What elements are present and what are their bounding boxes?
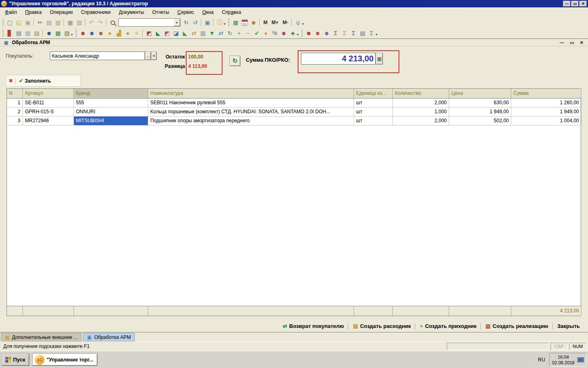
customer-doc-icon[interactable]: ☻ (280, 29, 288, 37)
refresh-button[interactable]: ↻ (229, 56, 241, 66)
memory-button[interactable]: M (261, 20, 270, 25)
table-cell[interactable]: шт (354, 99, 393, 108)
coins-chart-icon[interactable]: ▟ (115, 29, 123, 37)
menu-item-окна[interactable]: Окна (198, 8, 218, 16)
column-header-бренд[interactable]: Бренд (74, 89, 148, 99)
sigma-blue-icon[interactable]: Σ (350, 29, 358, 37)
restore-button[interactable]: ▭ (571, 1, 579, 7)
dropdown-arrow-icon[interactable]: ▾ (376, 30, 377, 36)
column-header-артикул[interactable]: Артикул (23, 89, 74, 99)
doc-exchange-icon[interactable]: ⇄ (217, 29, 225, 37)
combobox-dropdown-icon[interactable]: ▼ (174, 19, 180, 26)
doc-plus-icon[interactable]: + (235, 29, 243, 37)
buyer-input[interactable]: Касьянов Александр (50, 52, 145, 60)
save-icon[interactable]: ▣ (24, 18, 32, 27)
column-header-количество[interactable]: Количество (393, 89, 449, 99)
table-cell[interactable]: 2,000 (393, 117, 449, 126)
create-receipt-button[interactable]: +Создать приходник (418, 322, 479, 330)
table-cell[interactable]: шт (354, 108, 393, 117)
doc-refresh-icon[interactable]: ↻ (226, 29, 234, 37)
minimize-button[interactable]: — (563, 1, 570, 7)
table-cell[interactable]: GPRH-015-S (23, 108, 74, 117)
table-cell[interactable]: шт (354, 117, 393, 126)
table-cell[interactable]: 502,00 (449, 117, 511, 126)
user-monitor-icon[interactable]: ☻ (249, 18, 258, 27)
report-book-icon[interactable]: ▊ (6, 29, 14, 37)
table-cell[interactable]: 1 949,00 (449, 108, 511, 117)
table-cell[interactable]: 3 (7, 117, 23, 126)
toolbar-grip[interactable] (2, 29, 4, 37)
chart-green-icon[interactable]: ◣ (181, 29, 189, 37)
table-cell[interactable]: 1 (7, 99, 23, 108)
language-indicator[interactable]: RU (538, 357, 545, 363)
table-cell[interactable]: 2,000 (393, 99, 449, 108)
open-icon[interactable]: ◱ (15, 18, 23, 27)
print-icon[interactable]: ▦ (66, 18, 74, 27)
create-sale-button[interactable]: ▤Создать реализацию (483, 322, 550, 330)
undo-icon[interactable]: ↶ (87, 18, 96, 27)
table-cell[interactable]: 630,00 (449, 99, 511, 108)
close-button[interactable]: ✕ (579, 1, 587, 7)
redo-icon[interactable]: ↷ (96, 18, 105, 27)
memory-minus-button[interactable]: M- (281, 20, 290, 25)
menu-item-отчеты[interactable]: Отчеты (148, 8, 173, 16)
coin-key-icon[interactable]: ● (124, 29, 132, 37)
coins-icon[interactable]: ● (106, 29, 114, 37)
cut-icon[interactable]: ✂ (36, 18, 44, 27)
menu-item-операции[interactable]: Операции (46, 8, 77, 16)
arm-restore-button[interactable]: ▭ (570, 40, 574, 45)
doc-customer-2-icon[interactable]: ◩ (163, 29, 171, 37)
pko-rko-sum-input[interactable]: 4 213,00 (301, 53, 376, 65)
toolbar-grip[interactable] (76, 29, 77, 37)
menu-item-правка[interactable]: Правка (21, 8, 46, 16)
print-preview-icon[interactable]: ▧ (75, 18, 83, 27)
toolbar-grip[interactable] (301, 29, 303, 37)
calculator-button[interactable]: ▦ (376, 53, 383, 65)
doc-customer-icon[interactable]: ◩ (145, 29, 153, 37)
column-header-сумма[interactable]: Сумма (511, 89, 581, 99)
table-cell[interactable]: Кольца поршневые (комплект) СТД. HYUNDAI… (148, 108, 354, 117)
table-cell[interactable]: 1 004,00 (511, 117, 581, 126)
customer-payments-icon[interactable]: ☻ (97, 29, 105, 37)
menu-item-файл[interactable]: Файл (1, 8, 21, 16)
paste-icon[interactable]: ▥ (54, 18, 62, 27)
column-header-единица из...[interactable]: Единица из... (354, 89, 393, 99)
chart-blue-icon[interactable]: ◪ (172, 29, 180, 37)
table-cell[interactable]: SEB011 Наконечник рулевой 555 (148, 99, 354, 108)
dropdown-arrow-icon[interactable]: ▾ (297, 30, 298, 36)
coins-stack-icon[interactable]: ≡ (133, 29, 141, 37)
coins-check-icon[interactable]: ✔ (253, 29, 261, 37)
create-expense-button[interactable]: ▤Создать расходник (351, 322, 413, 330)
coins-gold-icon[interactable]: ● (262, 29, 270, 37)
print-form-2-icon[interactable]: ▤ (24, 29, 32, 37)
return-to-customer-button[interactable]: ⇄Возврат покупателю (281, 322, 346, 330)
menu-item-справка[interactable]: Справка (218, 8, 245, 16)
table-cell[interactable]: 1,000 (393, 108, 449, 117)
start-button[interactable]: Пуск (1, 353, 29, 366)
menu-item-документы[interactable]: Документы (115, 8, 148, 16)
find-prev-icon[interactable]: ↺ (191, 18, 199, 27)
tree-icon[interactable]: ♣ (289, 29, 297, 37)
table-cell[interactable]: Подшипник опоры амортизатора переднего (148, 117, 354, 126)
calendar-icon[interactable]: 31 (241, 18, 249, 27)
cash-register-icon[interactable]: ▧ (63, 29, 71, 37)
coins-transfer-icon[interactable]: ⇄ (190, 29, 198, 37)
menu-item-сервис[interactable]: Сервис (173, 8, 198, 16)
info-icon[interactable]: ⓘ (216, 18, 224, 27)
arm-minimize-button[interactable]: — (559, 40, 564, 45)
find-next-icon[interactable]: ↻ (182, 18, 190, 27)
customer-red-icon[interactable]: ☻ (79, 29, 87, 37)
buyer-select-button[interactable]: ... (145, 52, 151, 60)
tab-additional-external[interactable]: ▦Дополнительные внешние ... (1, 333, 82, 341)
sigma-check-icon[interactable]: Σ (368, 29, 376, 37)
customer-orders-icon[interactable]: ☻ (88, 29, 96, 37)
arm-close-button[interactable]: ✕ (580, 40, 584, 45)
sigma-red-icon[interactable]: Σ (332, 29, 340, 37)
chart-cube-icon[interactable]: ◣ (154, 29, 162, 37)
sigma-customer-1-icon[interactable]: ☻ (305, 29, 313, 37)
table-cell[interactable]: MR272946 (23, 117, 74, 126)
calculator-icon[interactable]: ▦ (232, 18, 240, 27)
toolbar-grip[interactable] (2, 19, 4, 26)
table-cell[interactable]: 1 949,00 (511, 108, 581, 117)
table-cell[interactable]: SE-B011 (23, 99, 74, 108)
